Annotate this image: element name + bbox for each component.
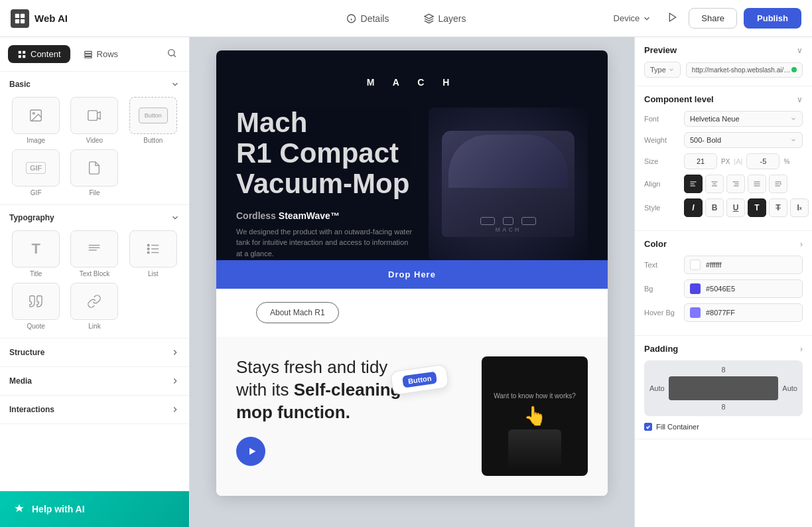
typography-section: Typography T Title Text Block [0, 205, 189, 339]
text-color-value: #ffffff [706, 261, 721, 269]
align-left-button[interactable] [684, 175, 703, 193]
size-input[interactable]: 21 [684, 153, 717, 169]
item-image[interactable]: Image [9, 97, 62, 144]
top-navigation: Web AI Details Layers Device Share Publi… [0, 0, 812, 37]
help-ai-button[interactable]: Help with AI [0, 491, 189, 527]
typography-items-grid: T Title Text Block List [0, 228, 189, 338]
gif-icon-box: GIF [12, 149, 60, 187]
style-italic-button[interactable]: I [684, 198, 703, 217]
type-button[interactable]: Type [644, 62, 681, 78]
tab-content[interactable]: Content [8, 45, 70, 63]
bg-color-value: #5046E5 [706, 285, 735, 293]
text-block-icon-box [70, 230, 118, 267]
publish-button[interactable]: Publish [744, 8, 801, 29]
weight-select[interactable]: 500- Bold [684, 132, 803, 148]
panel-tabs: Content Rows [0, 37, 189, 72]
color-header: Color › [644, 239, 803, 249]
item-text-block[interactable]: Text Block [68, 230, 121, 277]
size-adjust-input[interactable]: -5 [746, 153, 779, 169]
item-quote[interactable]: Quote [9, 283, 62, 330]
nav-details[interactable]: Details [340, 9, 396, 28]
svg-rect-0 [15, 13, 19, 17]
interactions-section[interactable]: Interactions [0, 396, 189, 424]
align-distribute-button[interactable] [769, 175, 787, 193]
style-text-button[interactable]: T [748, 198, 766, 217]
about-mach-button[interactable]: About Mach R1 [256, 302, 339, 323]
svg-rect-6 [19, 50, 21, 53]
brand-logo: M A C H [236, 77, 588, 88]
font-select[interactable]: Helvetica Neue [684, 111, 803, 127]
preview-play-button[interactable] [663, 8, 682, 29]
weight-value: 500- Bold [684, 132, 803, 148]
drop-here-bar[interactable]: Drop Here [216, 260, 608, 289]
device-button[interactable]: Device [608, 9, 657, 27]
weight-row: Weight 500- Bold [644, 132, 803, 148]
style-superscript-button[interactable]: Ix [790, 198, 809, 217]
typography-section-header[interactable]: Typography [0, 205, 189, 228]
tab-rows[interactable]: Rows [74, 45, 128, 63]
hover-bg-color-row: Hover Bg #8077FF [644, 303, 803, 322]
align-buttons [684, 175, 803, 193]
align-center-button[interactable] [705, 175, 724, 193]
structure-section[interactable]: Structure [0, 339, 189, 367]
preview-section: Preview ∨ Type http://market-shop.websla… [635, 37, 812, 86]
basic-section-header[interactable]: Basic [0, 72, 189, 94]
fill-container-row: Fill Container [644, 423, 803, 431]
hero-title: MachR1 CompactVacuum-Mop [236, 108, 415, 200]
padding-left-value[interactable]: Auto [649, 384, 665, 392]
app-title: Web AI [34, 13, 68, 24]
item-video[interactable]: Video [68, 97, 121, 144]
align-right-button[interactable] [726, 175, 745, 193]
url-status-dot [791, 67, 797, 72]
style-bold-button[interactable]: B [705, 198, 724, 217]
app-logo: Web AI [11, 9, 68, 28]
nav-layers[interactable]: Layers [417, 9, 472, 28]
image-icon-box [12, 97, 60, 134]
preview-chevron[interactable]: ∨ [797, 46, 803, 55]
svg-rect-7 [23, 50, 25, 53]
style-strikethrough-button[interactable]: T [769, 198, 787, 217]
bg-color-swatch[interactable]: #5046E5 [684, 279, 803, 298]
align-label: Align [644, 180, 684, 188]
link-icon-box [70, 283, 118, 320]
item-title[interactable]: T Title [9, 230, 62, 277]
font-row: Font Helvetica Neue [644, 111, 803, 127]
search-button[interactable] [163, 44, 181, 64]
hover-bg-color-swatch[interactable]: #8077FF [684, 303, 803, 322]
component-level-chevron[interactable]: ∨ [797, 95, 803, 104]
item-file[interactable]: File [68, 149, 121, 196]
item-list[interactable]: List [127, 230, 180, 277]
padding-top-value[interactable]: 8 [649, 366, 797, 374]
svg-rect-3 [21, 19, 25, 23]
fill-container-checkbox[interactable] [644, 423, 652, 431]
quote-icon-box [12, 283, 60, 320]
bg-color-row: Bg #5046E5 [644, 279, 803, 298]
url-field[interactable]: http://market-shop.webslash.ai/dashb... [686, 62, 803, 78]
padding-chevron[interactable]: › [800, 344, 803, 354]
hover-bg-color-indicator [690, 307, 701, 318]
padding-right-value[interactable]: Auto [782, 384, 797, 392]
style-underline-button[interactable]: U [726, 198, 745, 217]
right-panel: Preview ∨ Type http://market-shop.websla… [634, 37, 812, 527]
item-gif[interactable]: GIF GIF [9, 149, 62, 196]
media-section[interactable]: Media [0, 367, 189, 396]
align-justify-button[interactable] [748, 175, 766, 193]
preview-title: Preview [644, 45, 677, 55]
play-button[interactable] [236, 437, 265, 466]
item-button[interactable]: Button Button [127, 97, 180, 144]
font-label: Font [644, 115, 684, 123]
padding-bottom-value[interactable]: 8 [649, 403, 797, 411]
svg-marker-26 [249, 448, 255, 455]
hand-icon: 👆 [523, 405, 547, 427]
svg-rect-12 [84, 56, 92, 58]
size-separator: |A| [734, 157, 742, 165]
canvas-frame: M A C H MachR1 CompactVacuum-Mop Cordles… [216, 50, 608, 496]
text-color-swatch[interactable]: #ffffff [684, 256, 803, 274]
item-link[interactable]: Link [68, 283, 121, 330]
component-level-section: Component level ∨ Font Helvetica Neue We… [635, 86, 812, 231]
color-chevron[interactable]: › [800, 240, 803, 249]
hero-text: MachR1 CompactVacuum-Mop Cordless SteamW… [236, 108, 415, 259]
share-button[interactable]: Share [689, 8, 737, 29]
file-icon-box [70, 149, 118, 187]
video-icon-box [70, 97, 118, 134]
